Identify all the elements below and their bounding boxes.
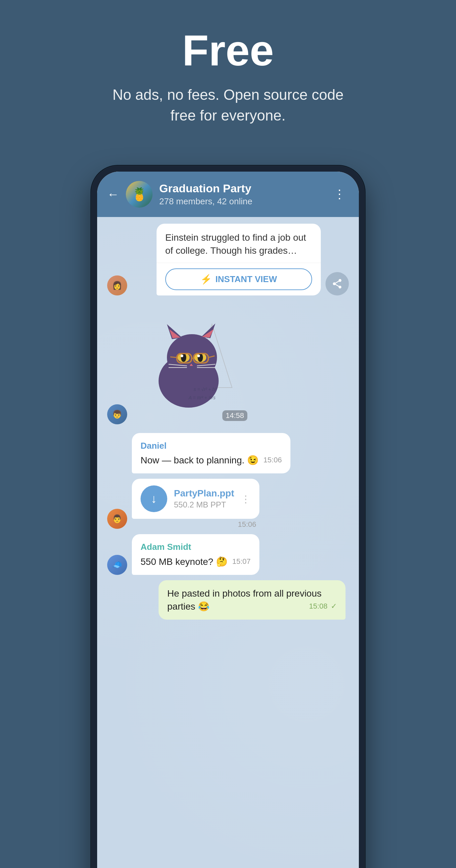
file-bubble: ↓ PartyPlan.ppt 550.2 MB PPT ⋮ — [132, 479, 260, 519]
read-checkmark: ✓ — [331, 602, 337, 610]
adam-sender-name: Adam Smidt — [141, 541, 251, 553]
daniel-sender-name: Daniel — [141, 440, 282, 452]
lightning-icon: ⚡ — [200, 274, 212, 285]
self-message-row: He pasted in photos from all previous pa… — [107, 580, 349, 620]
instant-view-button[interactable]: ⚡ INSTANT VIEW — [165, 269, 312, 290]
sticker-row: 👦 A = πr² V = l² P = 2πr A = πr² s = √(r… — [107, 301, 349, 428]
share-button[interactable] — [326, 272, 349, 296]
sticker-bubble: A = πr² V = l² P = 2πr A = πr² s = √(r²+… — [132, 304, 252, 424]
chat-header: ← 🍍 Graduation Party 278 members, 42 onl… — [97, 172, 359, 217]
sender-avatar-boy2: 👨 — [107, 509, 127, 529]
svg-point-12 — [197, 354, 200, 357]
group-name: Graduation Party — [159, 182, 327, 195]
self-message-time: 15:08 ✓ — [309, 601, 337, 612]
adam-message-text: 550 MB keynote? 🤔 — [141, 557, 228, 567]
download-icon: ↓ — [151, 492, 157, 506]
file-message-row: 👨 ↓ PartyPlan.ppt 550.2 MB PPT ⋮ — [107, 479, 349, 529]
daniel-message-row: Daniel Now — back to planning. 😉 15:06 — [107, 433, 349, 474]
group-avatar: 🍍 — [126, 181, 153, 208]
adam-message-row: 🧢 Adam Smidt 550 MB keynote? 🤔 15:07 — [107, 534, 349, 575]
file-info: PartyPlan.ppt 550.2 MB PPT — [174, 488, 234, 509]
header-info: Graduation Party 278 members, 42 online — [159, 182, 327, 207]
file-name: PartyPlan.ppt — [174, 488, 234, 499]
sender-avatar-boy1: 👦 — [107, 404, 127, 424]
self-bubble: He pasted in photos from all previous pa… — [158, 580, 345, 620]
daniel-message-text: Now — back to planning. 😉 — [141, 455, 259, 465]
svg-point-9 — [181, 353, 186, 362]
daniel-bubble: Daniel Now — back to planning. 😉 15:06 — [132, 433, 291, 474]
sender-avatar-boy3: 🧢 — [107, 555, 127, 575]
sender-avatar-girl: 👩 — [107, 275, 127, 296]
file-menu-button[interactable]: ⋮ — [241, 493, 251, 505]
iv-button-label: INSTANT VIEW — [215, 274, 277, 284]
svg-point-11 — [181, 354, 183, 357]
daniel-message-time: 15:06 — [263, 455, 282, 465]
svg-point-10 — [197, 353, 203, 362]
adam-bubble: Adam Smidt 550 MB keynote? 🤔 15:07 — [132, 534, 260, 575]
svg-text:s = √r² + h²: s = √r² + h² — [193, 386, 217, 392]
instant-view-row: 👩 Einstein struggled to find a job out o… — [107, 224, 349, 295]
phone-inner: ← 🍍 Graduation Party 278 members, 42 onl… — [97, 172, 359, 868]
back-button[interactable]: ← — [107, 187, 119, 201]
cat-sticker-svg: s = √r² + h² A = πr² + πrs — [145, 314, 239, 414]
instant-view-message: Einstein struggled to find a job out of … — [157, 224, 321, 295]
header-menu-button[interactable]: ⋮ — [333, 187, 345, 201]
hero-section: Free No ads, no fees. Open source code f… — [0, 0, 456, 146]
phone-wrapper: ← 🍍 Graduation Party 278 members, 42 onl… — [91, 165, 365, 868]
iv-bubble: Einstein struggled to find a job out of … — [157, 224, 321, 295]
share-icon — [332, 278, 343, 289]
phone-frame: ← 🍍 Graduation Party 278 members, 42 onl… — [91, 165, 365, 868]
chat-body: 👩 Einstein struggled to find a job out o… — [97, 217, 359, 868]
sticker-image: A = πr² V = l² P = 2πr A = πr² s = √(r²+… — [135, 307, 249, 421]
iv-text: Einstein struggled to find a job out of … — [157, 224, 321, 263]
hero-title: Free — [13, 27, 443, 74]
hero-subtitle: No ads, no fees. Open source code free f… — [111, 85, 345, 126]
file-time: 15:06 — [132, 520, 260, 529]
file-size: 550.2 MB PPT — [174, 500, 234, 509]
self-message-text: He pasted in photos from all previous pa… — [167, 588, 322, 612]
svg-line-16 — [170, 357, 177, 358]
file-message-container: ↓ PartyPlan.ppt 550.2 MB PPT ⋮ 15:06 — [132, 479, 260, 529]
adam-message-time: 15:07 — [232, 557, 251, 567]
group-status: 278 members, 42 online — [159, 196, 327, 207]
avatar-emoji: 🍍 — [131, 187, 147, 202]
svg-text:A = πr² + πrs: A = πr² + πrs — [188, 395, 215, 400]
file-download-button[interactable]: ↓ — [141, 486, 167, 512]
iv-button-area: ⚡ INSTANT VIEW — [157, 263, 321, 296]
